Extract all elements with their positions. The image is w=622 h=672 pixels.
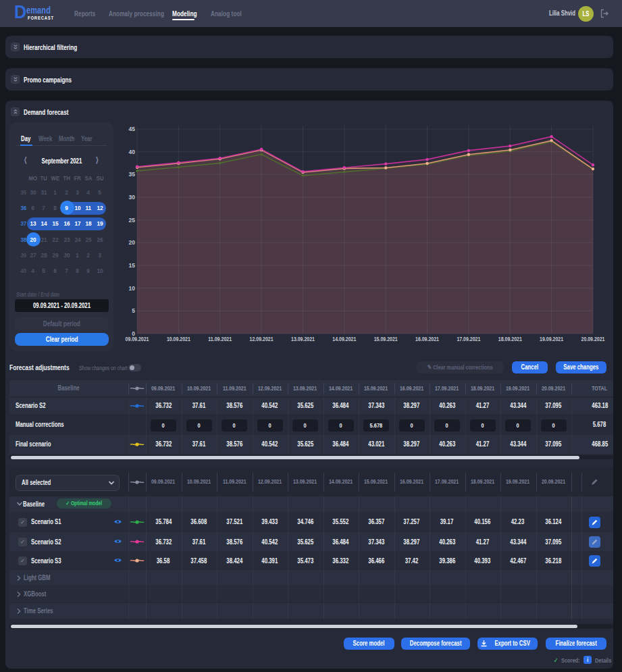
svg-text:20.09.2021: 20.09.2021	[581, 336, 605, 342]
svg-text:45: 45	[129, 126, 136, 132]
svg-text:17.09.2021: 17.09.2021	[457, 336, 480, 342]
svg-text:20: 20	[129, 239, 136, 246]
svg-text:18.09.2021: 18.09.2021	[498, 336, 522, 342]
svg-text:5: 5	[132, 307, 135, 314]
svg-text:16.09.2021: 16.09.2021	[415, 336, 439, 342]
svg-text:35: 35	[129, 171, 136, 178]
svg-text:09.09.2021: 09.09.2021	[126, 336, 149, 342]
svg-text:19.09.2021: 19.09.2021	[540, 336, 563, 342]
svg-text:10: 10	[129, 285, 136, 292]
svg-text:40: 40	[129, 149, 136, 155]
svg-text:15: 15	[129, 262, 136, 269]
svg-text:30: 30	[129, 194, 136, 201]
svg-text:14.09.2021: 14.09.2021	[332, 336, 356, 342]
svg-text:15.09.2021: 15.09.2021	[374, 336, 398, 342]
svg-text:12.09.2021: 12.09.2021	[250, 336, 274, 342]
svg-text:10.09.2021: 10.09.2021	[167, 336, 190, 342]
svg-text:11.09.2021: 11.09.2021	[208, 336, 232, 342]
svg-text:25: 25	[129, 217, 136, 224]
svg-text:13.09.2021: 13.09.2021	[291, 336, 315, 342]
